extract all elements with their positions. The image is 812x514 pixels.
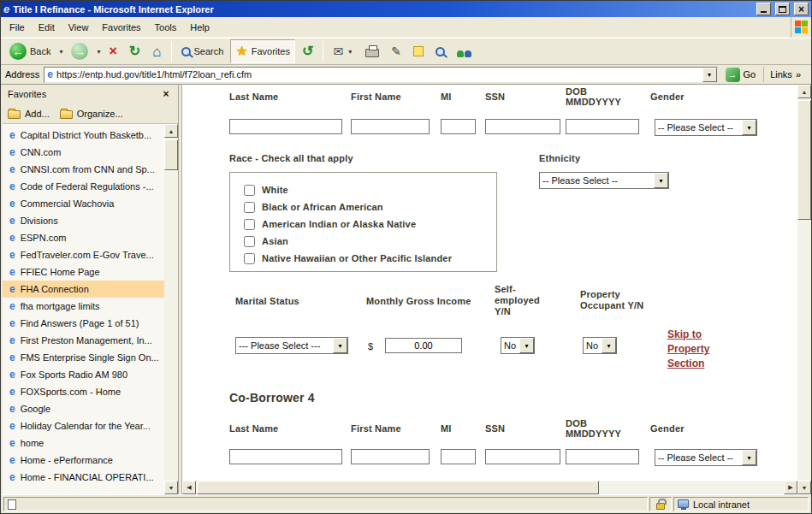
mail-button[interactable]: ✉ ▾ — [328, 39, 359, 63]
favorites-item[interactable]: eFedTraveler.com E-Gov Trave... — [3, 246, 164, 263]
property-occupant-select[interactable]: No ▾ — [583, 337, 617, 354]
mi-header: MI — [441, 423, 452, 434]
history-button[interactable]: ↺ — [297, 39, 318, 63]
coborrower-last-name-input[interactable] — [229, 449, 342, 464]
coborrower-gender-select[interactable]: -- Please Select -- ▾ — [655, 449, 757, 466]
back-button[interactable]: ← Back — [4, 39, 56, 63]
links-button[interactable]: Links » — [763, 67, 807, 82]
favorites-item[interactable]: eCapital District Youth Basketb... — [3, 127, 164, 144]
close-button[interactable]: × — [794, 3, 809, 15]
menu-favorites[interactable]: Favorites — [95, 19, 147, 36]
coborrower-first-name-input[interactable] — [351, 449, 430, 464]
search-button[interactable]: Search — [176, 39, 229, 63]
scroll-up-button[interactable]: ▲ — [797, 85, 811, 98]
dropdown-arrow-icon[interactable]: ▾ — [742, 450, 756, 465]
dob-input[interactable] — [566, 119, 639, 134]
ethnicity-select[interactable]: -- Please Select -- ▾ — [539, 172, 669, 189]
scroll-right-button[interactable]: ▶ — [784, 481, 797, 494]
forward-button[interactable]: → — [66, 39, 93, 63]
favorites-item[interactable]: ehome — [3, 434, 164, 452]
go-button[interactable]: → Go — [722, 68, 760, 82]
dropdown-arrow-icon[interactable]: ▾ — [742, 120, 756, 135]
stop-button[interactable]: × — [104, 39, 122, 63]
favorites-item[interactable]: eFirst Preston Management, In... — [3, 332, 164, 349]
refresh-button[interactable]: ↻ — [124, 39, 145, 63]
favorites-item[interactable]: eFox Sports Radio AM 980 — [3, 366, 164, 383]
race-checkbox-white[interactable] — [244, 185, 255, 196]
favorites-button[interactable]: ★ Favorites — [230, 39, 295, 63]
favorites-panel-close-button[interactable]: × — [159, 88, 173, 101]
favorites-item[interactable]: eFind Answers (Page 1 of 51) — [3, 315, 164, 332]
scroll-track[interactable] — [797, 98, 811, 481]
favorites-item[interactable]: eFMS Enterprise Single Sign On... — [3, 349, 164, 366]
back-dropdown-button[interactable]: ▾ — [57, 48, 64, 56]
favorites-item[interactable]: eCNN.com — [3, 144, 164, 161]
ie-favicon: e — [9, 147, 15, 157]
last-name-input[interactable] — [229, 119, 342, 134]
ie-favicon: e — [9, 387, 15, 397]
scroll-up-button[interactable]: ▲ — [164, 124, 178, 138]
favorites-item[interactable]: eFFIEC Home Page — [3, 263, 164, 281]
scroll-thumb[interactable] — [797, 100, 811, 220]
maximize-button[interactable] — [775, 3, 790, 15]
favorites-item[interactable]: eESPN.com — [3, 229, 164, 246]
favorites-item[interactable]: eCNNSI.com from CNN and Sp... — [3, 161, 164, 178]
race-checkbox-american-indian[interactable] — [244, 219, 255, 230]
coborrower-dob-input[interactable] — [566, 449, 639, 464]
race-checkbox-asian[interactable] — [244, 236, 255, 247]
gender-select[interactable]: -- Please Select -- ▾ — [655, 119, 757, 136]
dropdown-arrow-icon[interactable]: ▾ — [654, 173, 668, 188]
coborrower-mi-input[interactable] — [441, 449, 476, 464]
race-checkbox-pacific-islander[interactable] — [244, 253, 255, 264]
scroll-down-button[interactable]: ▼ — [797, 481, 811, 494]
discuss-button[interactable] — [408, 39, 429, 63]
favorites-item[interactable]: eCode of Federal Regulations -... — [3, 178, 164, 195]
horizontal-scrollbar[interactable]: ◀ ▶ — [182, 481, 797, 494]
menu-help[interactable]: Help — [183, 19, 216, 36]
scroll-down-button[interactable]: ▼ — [164, 481, 178, 494]
dropdown-arrow-icon[interactable]: ▾ — [602, 338, 616, 353]
monthly-gross-income-input[interactable] — [385, 338, 462, 353]
favorites-item[interactable]: eFOXSports.com - Home — [3, 383, 164, 400]
menu-tools[interactable]: Tools — [148, 19, 184, 36]
minimize-button[interactable] — [756, 3, 771, 15]
organize-favorites-button[interactable]: Organize... — [60, 108, 123, 119]
favorites-item[interactable]: eHome - ePerformance — [3, 452, 164, 469]
mi-input[interactable] — [441, 119, 476, 134]
home-button[interactable]: ⌂ — [147, 39, 166, 63]
first-name-input[interactable] — [351, 119, 430, 134]
self-employed-select[interactable]: No ▾ — [501, 337, 535, 354]
vertical-scrollbar[interactable]: ▲ ▼ — [797, 85, 811, 494]
scroll-thumb[interactable] — [197, 481, 599, 494]
favorites-item[interactable]: efha mortgage limits — [3, 298, 164, 315]
scroll-track[interactable] — [196, 481, 784, 494]
scroll-track[interactable] — [164, 138, 178, 481]
favorites-item[interactable]: eHome - FINANCIAL OPERATI... — [3, 469, 164, 486]
menu-file[interactable]: File — [3, 19, 32, 36]
address-input[interactable]: e https://entp.hud.gov/title1/html/f72lo… — [44, 67, 717, 83]
skip-to-property-section-link[interactable]: Skip to Property Section — [667, 328, 709, 371]
favorites-scrollbar[interactable]: ▲ ▼ — [164, 124, 178, 494]
messenger-button[interactable] — [452, 39, 477, 63]
scroll-left-button[interactable]: ◀ — [182, 481, 196, 494]
favorites-item[interactable]: eHoliday Calendar for the Year... — [3, 417, 164, 434]
print-button[interactable] — [360, 39, 384, 63]
edit-button[interactable]: ✎ — [386, 39, 406, 63]
coborrower-ssn-input[interactable] — [485, 449, 560, 464]
dropdown-arrow-icon[interactable]: ▾ — [519, 338, 534, 353]
favorites-item[interactable]: eCommercial Wachovia — [3, 195, 164, 212]
dropdown-arrow-icon[interactable]: ▾ — [333, 338, 347, 353]
research-button[interactable] — [430, 39, 450, 63]
forward-dropdown-button[interactable]: ▾ — [95, 48, 102, 56]
favorites-item-fha-connection[interactable]: eFHA Connection — [3, 281, 164, 298]
add-favorite-button[interactable]: Add... — [8, 108, 50, 119]
address-dropdown-button[interactable]: ▾ — [702, 68, 717, 82]
menu-edit[interactable]: Edit — [32, 19, 62, 36]
race-checkbox-black[interactable] — [244, 202, 255, 213]
ssn-input[interactable] — [485, 119, 560, 134]
favorites-item[interactable]: eDivisions — [3, 212, 164, 229]
favorites-item[interactable]: eGoogle — [3, 400, 164, 417]
marital-status-select[interactable]: --- Please Select --- ▾ — [235, 337, 348, 354]
menu-view[interactable]: View — [62, 19, 96, 36]
scroll-thumb[interactable] — [164, 139, 178, 170]
